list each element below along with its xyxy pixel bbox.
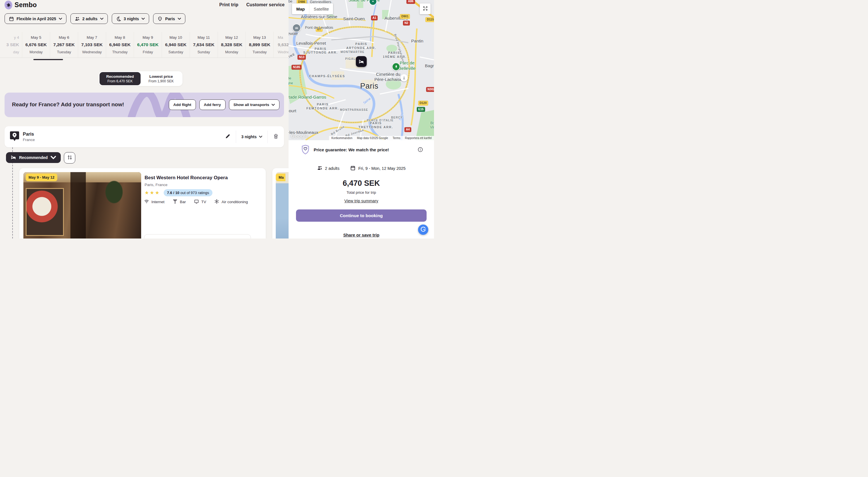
carousel-weekday: Friday [143,50,153,54]
sembo-trip-planner-page: { "header": { "brand": "Sembo", "links":… [0,0,434,238]
filter-guests[interactable]: 2 adults [70,13,108,24]
share-or-save-link[interactable]: Share or save trip [288,233,434,237]
map-roads [288,0,434,140]
nights-select[interactable]: 3 nights [241,135,262,139]
dates-summary: Fri, 9 - Mon, 12 May 2025 [350,165,405,172]
carousel-day[interactable]: y 43 SEKday [0,32,22,58]
room-option[interactable]: Room 1 DOUBLE STANDARD - Breakfast [144,234,251,238]
info-icon[interactable] [417,147,423,152]
toggle-title: Lowest price [149,74,173,79]
guest-rating-badge: 7.6 / 10 out of 973 ratings [164,189,212,196]
filters-button[interactable] [64,152,75,164]
map-attribution-item[interactable]: Terms [393,136,400,140]
bed-icon [10,155,16,161]
destination-names: Paris France [23,132,35,142]
monument-map-pin [400,74,408,81]
amenity-label: TV [201,200,206,204]
carousel-day[interactable]: May 96,470 SEKFriday [134,32,162,58]
search-filter-row: Flexible in April 20252 adults3 nightsPa… [5,13,185,24]
hotel-photo [276,172,288,238]
map[interactable]: beD986GennevilliersStade de FranceA86Asn… [288,0,434,140]
transport-button[interactable]: Add flight [169,99,196,110]
chevron-down-icon [142,18,145,20]
amenity-label: Air conditioning [222,200,248,204]
view-trip-summary-link[interactable]: View trip summary [288,199,434,203]
transport-button-label: Show all transports [234,103,269,107]
filter-nights[interactable]: 3 nights [112,13,149,24]
sliders-icon [67,155,72,161]
filter-label: Paris [165,16,175,21]
continue-to-booking-button[interactable]: Continue to booking [296,209,427,222]
chevron-down-icon [259,136,262,138]
amenity: Internet [144,199,164,205]
sort-label: Recommended [19,155,48,160]
chevron-down-icon [51,155,56,161]
sembo-logo-icon [4,0,13,10]
transport-banner-heading: Ready for France? Add your transport now… [12,101,124,108]
carousel-day[interactable]: May 138,899 SEKTuesday [246,32,274,58]
amenity: TV [194,199,206,205]
travelers-value: 2 adults [325,166,340,171]
carousel-day[interactable]: May 117,634 SEKSunday [190,32,218,58]
toggle-option[interactable]: RecommendedFrom 6,470 SEK [99,72,141,85]
toggle-option[interactable]: Lowest priceFrom 1,900 SEK [141,72,182,85]
rating-score: 7.6 / 10 [167,191,179,195]
carousel-day[interactable]: May 56,676 SEKMonday [22,32,50,58]
carousel-scrollbar[interactable] [33,59,63,60]
header-links: Print tripCustomer service [219,2,285,7]
carousel-weekday: Tuesday [57,50,71,54]
price-caption: Total price for trip [288,190,434,195]
carousel-price: 7,634 SEK [193,42,214,47]
carousel-day[interactable]: May 67,267 SEKTuesday [50,32,78,58]
carousel-date: May 7 [87,35,97,40]
filter-label: 3 nights [124,16,139,21]
map-attribution-item[interactable]: Kortkommandon [331,136,352,140]
rating-count: out of 973 ratings [181,191,209,195]
carousel-date: May 9 [143,35,153,40]
location-pin-icon [10,131,20,143]
map-tab[interactable]: Map [292,3,309,14]
carousel-day[interactable]: May 77,103 SEKWednesday [78,32,106,58]
transport-button-label: Add ferry [204,103,221,107]
chat-widget-button[interactable] [418,225,428,235]
sembo-logo[interactable]: Sembo [5,1,37,9]
price-mode-toggle: RecommendedFrom 6,470 SEKLowest priceFro… [99,71,183,86]
pin-icon [157,16,162,21]
satellite-tab[interactable]: Satellite [309,3,333,14]
filter-destination[interactable]: Paris [153,13,185,24]
travelers-summary: 2 adults [317,165,340,172]
next-hotel-card[interactable]: Ma [272,168,288,238]
hotel-map-pin[interactable] [356,56,367,67]
transport-button-label: Add flight [174,103,191,107]
carousel-date: May 11 [197,35,210,40]
delete-destination-button[interactable] [273,133,279,140]
header-link-customer-service[interactable]: Customer service [246,2,285,7]
carousel-day[interactable]: May 86,940 SEKThursday [106,32,134,58]
carousel-price: 7,103 SEK [81,42,103,47]
hotel-card[interactable]: May 9 - May 12 Best Western Hotel Roncer… [20,168,266,238]
carousel-date: May 5 [31,35,41,40]
tv-icon [194,199,199,205]
carousel-date: May 13 [253,35,266,40]
map-attribution-item[interactable]: Rapportera ett kartfel [405,136,432,140]
people-icon [75,16,80,21]
chevron-down-icon [178,18,181,20]
header-link-print-trip[interactable]: Print trip [219,2,238,7]
carousel-weekday: Monday [225,50,238,54]
filter-dates[interactable]: Flexible in April 2025 [5,13,66,24]
carousel-day[interactable]: Ma9,632Wedne [274,32,288,58]
hotel-name[interactable]: Best Western Hotel Ronceray Opera [145,175,228,181]
transport-button[interactable]: Add ferry [199,99,225,110]
carousel-day[interactable]: May 106,940 SEKSaturday [162,32,190,58]
carousel-day[interactable]: May 128,328 SEKMonday [218,32,246,58]
destination-card: Paris France 3 nights [5,126,284,147]
carousel-price: 6,470 SEK [137,42,159,47]
edit-destination-button[interactable] [225,133,231,140]
carousel-weekday: Saturday [168,50,183,54]
fullscreen-button[interactable] [420,3,431,14]
sort-dropdown[interactable]: Recommended [6,152,61,163]
hotel-location: Paris, France [145,183,167,187]
trip-meta-row: 2 adults Fri, 9 - Mon, 12 May 2025 [288,165,434,172]
transport-button[interactable]: Show all transports [229,99,279,110]
carousel-weekday: Wednesday [82,50,101,54]
